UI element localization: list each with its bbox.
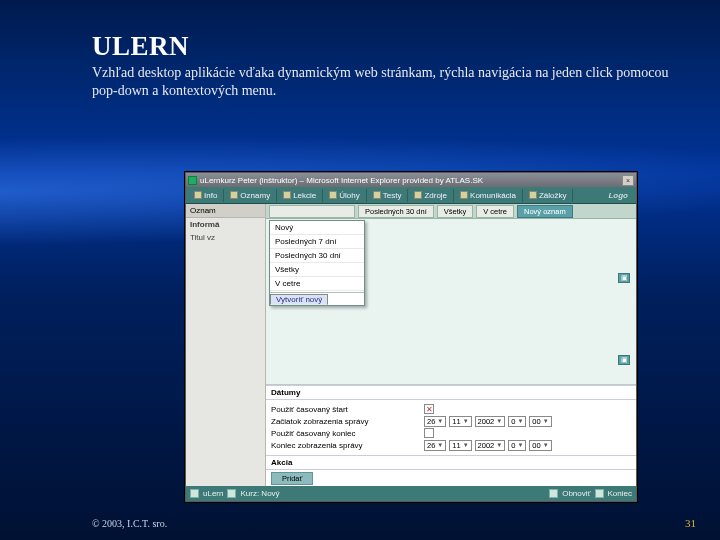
footer-copyright: © 2003, I.C.T. sro. (92, 518, 167, 529)
slide-title: ULERN (92, 31, 189, 62)
label-timed-start: Použiť časovaný štart (271, 405, 421, 414)
start-year-select[interactable]: 2002▼ (475, 416, 506, 427)
tab-label: Info (204, 191, 217, 200)
status-exit[interactable]: Koniec (608, 489, 632, 498)
footer-page-number: 31 (685, 517, 696, 529)
logo: Logo (602, 189, 634, 202)
dates-form: Použiť časovaný štart ✕ Začiatok zobraze… (266, 400, 636, 456)
start-day-select[interactable]: 26▼ (424, 416, 446, 427)
expand-icon[interactable]: ▣ (618, 273, 630, 283)
tab-komunikacia[interactable]: Komunikácia (454, 189, 523, 202)
end-year-select[interactable]: 2002▼ (475, 440, 506, 451)
sidebar-item-titul[interactable]: Titul vz (186, 231, 265, 244)
status-app: uLern (203, 489, 223, 498)
row-start-date: Začiatok zobrazenia správy 26▼ 11▼ 2002▼… (271, 416, 631, 427)
action-row: Pridať (266, 470, 636, 486)
filter-dropdown: Nový Posledných 7 dní Posledných 30 dní … (269, 220, 365, 306)
refresh-icon[interactable] (549, 489, 558, 498)
sidebar: Oznam Informá Titul vz (186, 204, 266, 486)
expand-icon[interactable]: ▣ (618, 355, 630, 365)
filter-last30[interactable]: Posledných 30 dní (358, 205, 434, 218)
tab-zdroje[interactable]: Zdroje (408, 189, 454, 202)
dropdown-item-all[interactable]: Všetky (270, 263, 364, 277)
end-min-select[interactable]: 00▼ (529, 440, 551, 451)
end-day-select[interactable]: 26▼ (424, 440, 446, 451)
row-timed-start: Použiť časovaný štart ✕ (271, 404, 631, 414)
status-course: Kurz: Nový (240, 489, 279, 498)
tab-info[interactable]: Info (188, 189, 224, 202)
checkbox-timed-start[interactable]: ✕ (424, 404, 434, 414)
announce-icon (230, 191, 238, 199)
row-timed-end: Použiť časovaný koniec (271, 428, 631, 438)
tab-zalozky[interactable]: Záložky (523, 189, 574, 202)
test-icon (373, 191, 381, 199)
dropdown-item-last30[interactable]: Posledných 30 dní (270, 249, 364, 263)
action-header: Akcia (266, 455, 636, 470)
dropdown-item-create-new[interactable]: Vytvoriť nový (270, 294, 328, 305)
status-refresh[interactable]: Obnoviť (562, 489, 590, 498)
statusbar: uLern Kurz: Nový Obnoviť Koniec (186, 486, 636, 501)
info-icon (194, 191, 202, 199)
main-panel: Nový Posledných 7 dní Posledných 30 dní … (266, 204, 636, 486)
lesson-icon (283, 191, 291, 199)
row-end-date: Koniec zobrazenia správy 26▼ 11▼ 2002▼ 0… (271, 440, 631, 451)
start-month-select[interactable]: 11▼ (449, 416, 471, 427)
filter-toolbar: Nový Posledných 7 dní Posledných 30 dní … (266, 204, 636, 219)
main-tabbar: Info Oznamy Lekcie Úlohy Testy Zdroje Ko… (186, 187, 636, 204)
tab-label: Testy (383, 191, 402, 200)
label-timed-end: Použiť časovaný koniec (271, 429, 421, 438)
filter-vcetre[interactable]: V cetre (476, 205, 514, 218)
tab-label: Záložky (539, 191, 567, 200)
tab-label: Zdroje (424, 191, 447, 200)
label-start-date: Začiatok zobrazenia správy (271, 417, 421, 426)
filter-dropdown-trigger[interactable]: Nový Posledných 7 dní Posledných 30 dní … (269, 205, 355, 218)
start-min-select[interactable]: 00▼ (529, 416, 551, 427)
tab-label: Komunikácia (470, 191, 516, 200)
tab-label: Lekcie (293, 191, 316, 200)
comm-icon (460, 191, 468, 199)
tab-ulohy[interactable]: Úlohy (323, 189, 366, 202)
tab-testy[interactable]: Testy (367, 189, 409, 202)
end-month-select[interactable]: 11▼ (449, 440, 471, 451)
filter-all[interactable]: Všetky (437, 205, 474, 218)
dropdown-item-last7[interactable]: Posledných 7 dní (270, 235, 364, 249)
start-hour-select[interactable]: 0▼ (508, 416, 526, 427)
sidebar-item-info[interactable]: Informá (186, 218, 265, 231)
source-icon (414, 191, 422, 199)
tab-label: Úlohy (339, 191, 359, 200)
app-icon (188, 176, 197, 185)
book-icon (227, 489, 236, 498)
window-title: uLernkurz Peter (inštruktor) – Microsoft… (200, 176, 483, 185)
home-icon[interactable] (190, 489, 199, 498)
label-end-date: Koniec zobrazenia správy (271, 441, 421, 450)
exit-icon[interactable] (595, 489, 604, 498)
checkbox-timed-end[interactable] (424, 428, 434, 438)
window-titlebar: uLernkurz Peter (inštruktor) – Microsoft… (186, 173, 636, 187)
new-announcement-button[interactable]: Nový oznam (517, 205, 573, 218)
window-close-button[interactable]: × (622, 175, 634, 186)
sidebar-header: Oznam (186, 204, 265, 218)
dropdown-item-new[interactable]: Nový (270, 221, 364, 235)
task-icon (329, 191, 337, 199)
submit-button[interactable]: Pridať (271, 472, 313, 485)
tab-lekcie[interactable]: Lekcie (277, 189, 323, 202)
browser-window: uLernkurz Peter (inštruktor) – Microsoft… (185, 172, 637, 502)
dropdown-item-vcetre[interactable]: V cetre (270, 277, 364, 291)
slide-subtitle: Vzhľad desktop aplikácie vďaka dynamický… (92, 64, 672, 99)
tab-oznamy[interactable]: Oznamy (224, 189, 277, 202)
end-hour-select[interactable]: 0▼ (508, 440, 526, 451)
bookmark-icon (529, 191, 537, 199)
dates-header: Dátumy (266, 385, 636, 400)
tab-label: Oznamy (240, 191, 270, 200)
